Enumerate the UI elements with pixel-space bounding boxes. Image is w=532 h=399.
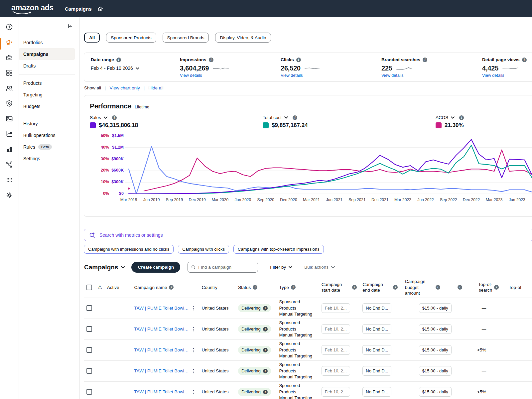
info-icon[interactable]	[253, 285, 257, 290]
chevron-down-icon[interactable]	[284, 116, 288, 119]
view-details-link[interactable]: View details	[180, 73, 281, 78]
row-checkbox[interactable]	[86, 326, 92, 332]
portfolios-briefcase-icon[interactable]	[5, 54, 13, 62]
info-icon[interactable]	[393, 285, 398, 290]
campaign-name-link[interactable]: TAW | PUMIE Toilet Bowl Cle...	[134, 389, 189, 394]
campaign-name-link[interactable]: TAW | PUMIE Toilet Bowl Cle...	[134, 347, 189, 352]
end-date-field[interactable]: No End D...	[362, 345, 391, 355]
kebab-menu-icon[interactable]	[189, 347, 198, 353]
sidebar-item-budgets[interactable]: Budgets	[19, 100, 75, 112]
chip-with-clicks[interactable]: Campaigns with clicks	[178, 245, 229, 254]
view-details-link[interactable]: View details	[482, 73, 532, 78]
info-icon[interactable]	[494, 285, 499, 290]
sidebar-item-bulk-operations[interactable]: Bulk operations	[19, 129, 75, 141]
budget-field[interactable]: $15.00 - daily	[419, 345, 452, 355]
info-icon[interactable]	[291, 285, 296, 290]
info-icon[interactable]	[112, 115, 117, 120]
sidebar-item-drafts[interactable]: Drafts	[19, 60, 75, 71]
info-icon[interactable]	[263, 306, 268, 311]
info-icon[interactable]	[263, 390, 268, 394]
tab-sponsored-brands[interactable]: Sponsored Brands	[163, 33, 209, 43]
end-date-field[interactable]: No End D...	[362, 303, 391, 313]
metric-search-bar[interactable]: Search with metrics or settings	[84, 229, 532, 241]
brand-shield-icon[interactable]	[5, 99, 13, 107]
end-date-field[interactable]: No End D...	[362, 387, 391, 397]
row-checkbox[interactable]	[86, 305, 92, 311]
kebab-menu-icon[interactable]	[189, 389, 198, 395]
campaigns-table-title[interactable]: Campaigns	[84, 264, 125, 271]
row-checkbox[interactable]	[86, 368, 92, 374]
chevron-down-icon[interactable]	[451, 116, 455, 119]
hide-all-link[interactable]: Hide all	[148, 85, 163, 90]
campaign-name-link[interactable]: TAW | PUMIE Toilet Bowl Cle...	[134, 327, 189, 332]
media-image-icon[interactable]	[5, 115, 13, 123]
info-icon[interactable]	[423, 58, 427, 62]
filter-by-dropdown[interactable]: Filter by	[270, 265, 292, 270]
tab-display-video-audio[interactable]: Display, Video, & Audio	[215, 33, 271, 43]
sidebar-item-rules[interactable]: Rules Beta	[19, 141, 75, 153]
apps-dots-icon[interactable]	[5, 176, 13, 184]
view-chart-only-link[interactable]: View chart only	[110, 85, 140, 90]
info-icon[interactable]	[293, 115, 297, 120]
info-icon[interactable]	[296, 58, 301, 62]
kebab-menu-icon[interactable]	[189, 305, 198, 311]
start-date-field[interactable]: Feb 10, 2...	[322, 387, 350, 397]
budget-field[interactable]: $15.00 - daily	[419, 366, 452, 376]
info-icon[interactable]	[352, 285, 357, 290]
kebab-menu-icon[interactable]	[189, 368, 198, 374]
insights-trend-icon[interactable]	[5, 130, 13, 138]
home-icon[interactable]	[97, 6, 103, 12]
show-all-link[interactable]: Show all	[84, 85, 101, 90]
info-icon[interactable]	[458, 285, 462, 290]
settings-gear-icon[interactable]	[5, 191, 13, 199]
amazon-ads-logo[interactable]: amazon ads	[11, 3, 54, 14]
sidebar-item-portfolios[interactable]: Portfolios	[19, 37, 75, 48]
chip-impressions-no-clicks[interactable]: Campaigns with impressions and no clicks	[84, 245, 174, 254]
sidebar-item-targeting[interactable]: Targeting	[19, 89, 75, 100]
chevron-down-icon[interactable]	[104, 116, 107, 119]
bulk-actions-dropdown[interactable]: Bulk actions	[304, 265, 335, 270]
sidebar-item-settings[interactable]: Settings	[19, 153, 75, 164]
tab-all[interactable]: All	[84, 33, 100, 43]
info-icon[interactable]	[459, 115, 464, 120]
select-all-checkbox[interactable]	[86, 285, 92, 290]
sidebar-item-products[interactable]: Products	[19, 77, 75, 89]
tab-sponsored-products[interactable]: Sponsored Products	[106, 33, 156, 43]
campaigns-megaphone-icon[interactable]	[5, 38, 13, 46]
campaign-name-link[interactable]: TAW | PUMIE Toilet Bowl Cle...	[134, 306, 189, 311]
reports-bar-chart-icon[interactable]	[5, 145, 13, 153]
info-icon[interactable]	[263, 348, 268, 352]
info-icon[interactable]	[436, 285, 440, 290]
row-checkbox[interactable]	[86, 347, 92, 353]
budget-field[interactable]: $15.00 - daily	[419, 387, 452, 397]
date-range-selector[interactable]: Feb 4 - Feb 10 2026	[91, 66, 180, 71]
create-plus-icon[interactable]	[5, 23, 13, 31]
create-campaign-button[interactable]: Create campaign	[131, 262, 180, 273]
info-icon[interactable]	[263, 327, 268, 332]
sidebar-item-history[interactable]: History	[19, 118, 75, 129]
info-icon[interactable]	[209, 58, 213, 62]
collapse-sidebar-icon[interactable]	[19, 23, 79, 29]
start-date-field[interactable]: Feb 10, 2...	[322, 303, 350, 313]
row-checkbox[interactable]	[86, 389, 92, 395]
budget-field[interactable]: $15.00 - daily	[419, 303, 452, 313]
start-date-field[interactable]: Feb 10, 2...	[322, 324, 350, 334]
end-date-field[interactable]: No End D...	[362, 366, 391, 376]
info-icon[interactable]	[263, 369, 268, 373]
view-details-link[interactable]: View details	[281, 73, 381, 78]
find-campaign-input[interactable]	[188, 262, 258, 273]
info-icon[interactable]	[169, 285, 174, 290]
chip-top-of-search[interactable]: Campaigns with top-of-search impressions	[233, 245, 324, 254]
sidebar-item-campaigns[interactable]: Campaigns	[19, 48, 75, 60]
view-details-link[interactable]: View details	[381, 73, 482, 78]
dashboard-grid-icon[interactable]	[5, 69, 13, 77]
audiences-people-icon[interactable]	[5, 84, 13, 92]
info-icon[interactable]	[522, 58, 527, 62]
connections-network-icon[interactable]	[5, 161, 13, 169]
budget-field[interactable]: $15.00 - daily	[419, 324, 452, 334]
end-date-field[interactable]: No End D...	[362, 324, 391, 334]
kebab-menu-icon[interactable]	[189, 326, 198, 332]
info-icon[interactable]	[116, 58, 121, 62]
start-date-field[interactable]: Feb 10, 2...	[322, 366, 350, 376]
campaign-name-link[interactable]: TAW | PUMIE Toilet Bowl Cle...	[134, 368, 189, 373]
